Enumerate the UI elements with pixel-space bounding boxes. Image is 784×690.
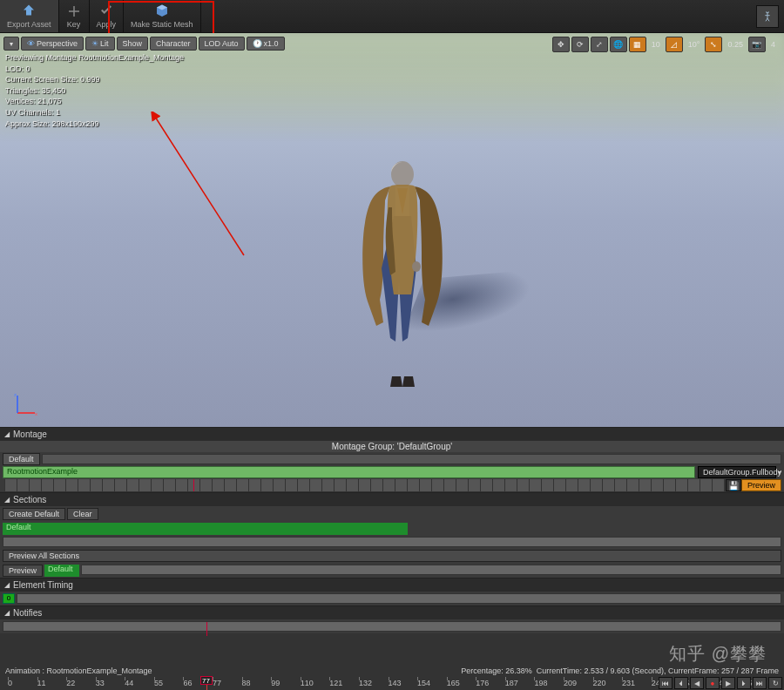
annotation-arrow (148, 112, 253, 260)
character-mesh (350, 153, 455, 397)
preview-button[interactable]: Preview (741, 479, 781, 491)
section-bar[interactable]: Default (3, 523, 408, 535)
to-end-button[interactable]: ⏭ (753, 677, 767, 689)
play-button[interactable]: ▶ (721, 677, 735, 689)
skeleton-icon (760, 10, 774, 24)
lod-button[interactable]: LOD Auto (199, 37, 245, 51)
speed-button[interactable]: 🕐x1.0 (247, 37, 285, 51)
key-button[interactable]: Key (59, 0, 90, 32)
preview-track[interactable] (81, 565, 781, 575)
viewport-toolbar-right: ✥ ⟳ ⤢ 🌐 ▦ 10 ◿ 10° ⤡ 0.25 📷 4 (552, 37, 779, 52)
montage-ruler[interactable] (4, 479, 724, 491)
frame-label: 77 (213, 679, 221, 687)
section-bar-label: Default (6, 523, 31, 531)
montage-header[interactable]: ◢Montage (0, 428, 784, 441)
frame-label: 99 (271, 679, 280, 687)
export-label: Export Asset (7, 20, 51, 29)
check-icon (98, 3, 114, 19)
skeleton-button[interactable] (756, 5, 779, 28)
slot-dropdown[interactable]: DefaultGroup.Fullbody (698, 466, 776, 478)
montage-panel: ◢Montage Montage Group: 'DefaultGroup' D… (0, 427, 784, 491)
playback-controls: ⏮ ⏴ ◀ ● ▶ ⏵ ⏭ ↻ (659, 677, 782, 689)
character-button[interactable]: Character (150, 37, 197, 51)
camera-speed-icon[interactable]: 📷 (748, 37, 766, 52)
perspective-button[interactable]: 👁Perspective (21, 37, 84, 51)
sections-spacer (3, 537, 781, 547)
grid-snap-icon[interactable]: ▦ (629, 37, 646, 52)
lit-button[interactable]: ☀Lit (85, 37, 115, 51)
clip-label: RootmotionExample (7, 467, 78, 476)
angle-snap-icon[interactable]: ◿ (666, 37, 683, 52)
camera-speed-value[interactable]: 4 (767, 37, 779, 52)
frame-label: 198 (534, 679, 547, 687)
timing-marker[interactable]: 0 (3, 593, 15, 604)
viewport-dropdown[interactable]: ▾ (3, 37, 19, 51)
frame-label: 22 (66, 679, 75, 687)
svg-text:z: z (14, 392, 17, 397)
make-static-mesh-button[interactable]: Make Static Mesh (124, 0, 201, 32)
svg-text:x: x (35, 411, 37, 416)
frame-label: 121 (329, 679, 342, 687)
element-timing-panel: ◢Element Timing 0 (0, 578, 784, 605)
export-asset-button[interactable]: Export Asset (0, 0, 59, 32)
frame-label: 132 (359, 679, 372, 687)
make-static-label: Make Static Mesh (131, 20, 193, 29)
percentage-text: Percentage: 26.38% (461, 666, 532, 675)
show-button[interactable]: Show (117, 37, 149, 51)
apply-button[interactable]: Apply (90, 0, 125, 32)
play-reverse-button[interactable]: ◀ (690, 677, 704, 689)
step-back-button[interactable]: ⏴ (674, 677, 688, 689)
frame-label: 11 (37, 679, 46, 687)
frame-label: 209 (564, 679, 577, 687)
scale-snap-value[interactable]: 0.25 (724, 37, 747, 52)
viewport-toolbar-left: ▾ 👁Perspective ☀Lit Show Character LOD A… (3, 37, 285, 51)
mesh-icon (154, 3, 170, 19)
transform-scale-icon[interactable]: ⤢ (591, 37, 608, 52)
frame-label: 231 (622, 679, 635, 687)
viewport-3d[interactable]: ▾ 👁Perspective ☀Lit Show Character LOD A… (0, 33, 784, 427)
timing-track[interactable] (17, 593, 781, 604)
watermark: 知乎 @攀攀 (669, 642, 767, 666)
frame-label: 88 (242, 679, 251, 687)
element-timing-header[interactable]: ◢Element Timing (0, 578, 784, 592)
scale-snap-icon[interactable]: ⤡ (705, 37, 722, 52)
angle-snap-value[interactable]: 10° (685, 37, 704, 52)
montage-group-bar: Montage Group: 'DefaultGroup' (0, 441, 784, 452)
create-default-button[interactable]: Create Default (3, 508, 65, 520)
frame-label: 44 (125, 679, 133, 687)
to-start-button[interactable]: ⏮ (659, 677, 672, 689)
viewport-stats: Previewing Montage RootmotionExample_Mon… (5, 52, 184, 129)
section-track[interactable] (42, 454, 781, 464)
axis-gizmo: x z (14, 392, 38, 416)
frame-label: 220 (593, 679, 606, 687)
notifies-header[interactable]: ◢Notifies (0, 606, 784, 619)
save-icon[interactable]: 💾 (726, 479, 741, 491)
animation-name: RootmotionExample_Montage (47, 666, 152, 675)
timeline-footer: Animation : RootmotionExample_Montage Pe… (0, 666, 784, 690)
preview-section-name[interactable]: Default (44, 565, 79, 577)
preview-section-button[interactable]: Preview (3, 565, 43, 577)
export-icon (21, 3, 37, 19)
default-section-button[interactable]: Default (3, 453, 40, 465)
coord-space-icon[interactable]: 🌐 (610, 37, 627, 52)
sections-header[interactable]: ◢Sections (0, 493, 784, 506)
frame-label: 165 (447, 679, 460, 687)
clear-button[interactable]: Clear (67, 508, 98, 520)
frame-label: 176 (476, 679, 489, 687)
transform-rotate-icon[interactable]: ⟳ (571, 37, 589, 52)
loop-button[interactable]: ↻ (768, 677, 782, 689)
frame-label: 66 (183, 679, 192, 687)
frame-label: 33 (96, 679, 105, 687)
frame-label: 110 (301, 679, 314, 687)
plus-icon (66, 3, 82, 19)
animation-clip[interactable]: RootmotionExample (3, 466, 695, 478)
preview-all-button[interactable]: Preview All Sections (3, 550, 781, 562)
frame-label: 154 (417, 679, 430, 687)
step-fwd-button[interactable]: ⏵ (737, 677, 751, 689)
transform-move-icon[interactable]: ✥ (552, 37, 570, 52)
apply-label: Apply (97, 20, 117, 29)
record-button[interactable]: ● (706, 677, 720, 689)
notifies-track[interactable] (3, 621, 781, 632)
playhead-handle[interactable]: 77 (200, 676, 213, 685)
grid-snap-value[interactable]: 10 (648, 37, 664, 52)
